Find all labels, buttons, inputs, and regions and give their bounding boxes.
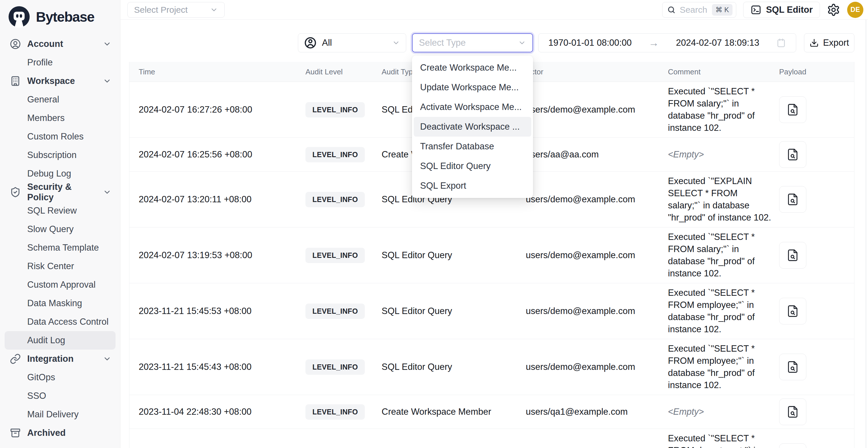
- column-header-payload: Payload: [779, 67, 855, 76]
- cell-time: 2023-11-04 22:48:30 +08:00: [129, 407, 305, 417]
- date-range-picker[interactable]: 1970-01-01 08:00:00 → 2024-02-07 18:09:1…: [538, 33, 796, 53]
- sidebar-item-debug-log[interactable]: Debug Log: [0, 164, 120, 183]
- cell-comment: Executed `"SELECT * FROM employee;"` in …: [668, 343, 779, 391]
- sidebar-item-workspace[interactable]: Workspace: [0, 72, 120, 90]
- cell-payload: [779, 398, 855, 425]
- chevron-down-icon: [103, 40, 112, 48]
- cell-actor: users/demo@example.com: [526, 194, 668, 204]
- sidebar-item-slow-query[interactable]: Slow Query: [0, 220, 120, 238]
- payload-view-button[interactable]: [779, 186, 806, 213]
- cell-audit-level: LEVEL_INFO: [305, 147, 381, 162]
- download-icon: [809, 38, 819, 47]
- cell-payload: [779, 186, 855, 213]
- type-option-sql-export[interactable]: SQL Export: [414, 176, 531, 196]
- type-option-sql-editor-query[interactable]: SQL Editor Query: [414, 156, 531, 176]
- payload-view-button[interactable]: [779, 242, 806, 268]
- sidebar-item-audit-log[interactable]: Audit Log: [5, 331, 116, 350]
- sidebar-item-label: Custom Approval: [27, 280, 96, 290]
- chevron-down-icon: [103, 188, 112, 196]
- sidebar-item-label: SQL Review: [27, 205, 77, 216]
- chevron-down-icon: [392, 39, 400, 47]
- sidebar-item-integration[interactable]: Integration: [0, 350, 120, 368]
- file-search-icon: [786, 103, 799, 116]
- sidebar-item-profile[interactable]: Profile: [0, 53, 120, 72]
- search-icon: [667, 5, 676, 14]
- table-row: 2023-11-04 22:48:30 +08:00 LEVEL_INFO Cr…: [129, 395, 854, 429]
- cell-audit-type: SQL Editor Query: [381, 250, 526, 260]
- payload-view-button[interactable]: [779, 398, 806, 425]
- link-icon: [10, 353, 21, 364]
- sidebar-item-sso[interactable]: SSO: [0, 387, 120, 405]
- column-header-actor: Actor: [526, 67, 668, 76]
- sidebar-item-subscription[interactable]: Subscription: [0, 146, 120, 164]
- bytebase-logo[interactable]: Bytebase: [0, 0, 120, 32]
- sidebar-item-custom-roles[interactable]: Custom Roles: [0, 127, 120, 146]
- sidebar-item-custom-approval[interactable]: Custom Approval: [0, 276, 120, 294]
- search-input[interactable]: Search ⌘ K: [662, 2, 736, 18]
- type-option-update-workspace-me[interactable]: Update Workspace Me...: [414, 77, 531, 97]
- sidebar-item-archived[interactable]: Archived: [0, 424, 120, 442]
- sidebar-item-general[interactable]: General: [0, 90, 120, 109]
- chevron-down-icon: [518, 39, 526, 47]
- sidebar-item-data-masking[interactable]: Data Masking: [0, 294, 120, 313]
- payload-view-button[interactable]: [779, 298, 806, 324]
- cell-actor: users/demo@example.com: [526, 250, 668, 260]
- type-option-create-workspace-me[interactable]: Create Workspace Me...: [414, 58, 531, 77]
- cell-audit-type: SQL Editor Query: [381, 306, 526, 316]
- file-search-icon: [786, 305, 799, 318]
- payload-view-button[interactable]: [779, 443, 806, 448]
- type-option-deactivate-workspace[interactable]: Deactivate Workspace ...: [414, 117, 531, 137]
- sidebar-item-label: Account: [27, 39, 63, 49]
- sidebar-item-sql-review[interactable]: SQL Review: [0, 201, 120, 220]
- actor-filter-select[interactable]: All: [298, 33, 406, 53]
- table-row: 2023-11-21 15:45:53 +08:00 LEVEL_INFO SQ…: [129, 283, 854, 339]
- sidebar-item-members[interactable]: Members: [0, 109, 120, 127]
- cell-time: 2024-02-07 13:20:11 +08:00: [129, 194, 305, 204]
- sidebar-item-label: Profile: [27, 57, 53, 68]
- sidebar-nav: Account Profile Workspace General Member…: [0, 32, 120, 442]
- cell-actor: users/demo@example.com: [526, 104, 668, 115]
- sidebar-item-schema-template[interactable]: Schema Template: [0, 238, 120, 257]
- cell-comment: Executed `"SELECT * FROM salary;"` in da…: [668, 85, 779, 134]
- scrollbar-track[interactable]: [866, 20, 866, 448]
- actor-filter-value: All: [322, 38, 332, 48]
- file-search-icon: [786, 406, 799, 418]
- cell-comment: Executed `"SELECT * FROM employee;"` in …: [668, 287, 779, 335]
- cell-comment: <Empty>: [668, 149, 779, 161]
- sidebar-item-label: Data Masking: [27, 298, 82, 309]
- sidebar-item-account[interactable]: Account: [0, 35, 120, 53]
- sidebar-item-data-access-control[interactable]: Data Access Control: [0, 313, 120, 331]
- file-search-icon: [786, 361, 799, 373]
- export-button[interactable]: Export: [804, 33, 855, 53]
- sql-editor-button[interactable]: SQL Editor: [743, 2, 820, 18]
- payload-view-button[interactable]: [779, 354, 806, 380]
- sidebar-item-label: General: [27, 94, 59, 105]
- user-avatar-icon: [304, 36, 317, 49]
- type-option-transfer-database[interactable]: Transfer Database: [414, 137, 531, 156]
- audit-level-badge: LEVEL_INFO: [305, 192, 365, 207]
- avatar[interactable]: DE: [847, 2, 863, 18]
- audit-level-badge: LEVEL_INFO: [305, 303, 365, 319]
- type-filter-dropdown: Create Workspace Me...Update Workspace M…: [412, 56, 533, 198]
- gear-icon[interactable]: [827, 3, 840, 17]
- payload-view-button[interactable]: [779, 96, 806, 123]
- sidebar-item-security-policy[interactable]: Security & Policy: [0, 183, 120, 201]
- cell-actor: users/demo@example.com: [526, 306, 668, 316]
- sidebar-item-gitops[interactable]: GitOps: [0, 368, 120, 387]
- payload-view-button[interactable]: [779, 141, 806, 168]
- column-header-comment: Comment: [668, 67, 779, 76]
- cell-comment: <Empty>: [668, 406, 779, 418]
- cell-payload: [779, 242, 855, 268]
- cell-time: 2023-11-21 15:45:53 +08:00: [129, 306, 305, 316]
- type-filter-select[interactable]: Select Type: [412, 33, 533, 53]
- audit-level-badge: LEVEL_INFO: [305, 404, 365, 420]
- sidebar-item-mail-delivery[interactable]: Mail Delivery: [0, 405, 120, 424]
- cell-payload: [779, 354, 855, 380]
- file-search-icon: [786, 249, 799, 262]
- table-row: 2023-11-21 15:45:43 +08:00 LEVEL_INFO SQ…: [129, 339, 854, 395]
- type-option-activate-workspace-me[interactable]: Activate Workspace Me...: [414, 97, 531, 117]
- type-filter-placeholder: Select Type: [419, 38, 518, 48]
- sidebar-item-label: Audit Log: [27, 335, 65, 346]
- project-select[interactable]: Select Project: [127, 2, 225, 18]
- sidebar-item-risk-center[interactable]: Risk Center: [0, 257, 120, 276]
